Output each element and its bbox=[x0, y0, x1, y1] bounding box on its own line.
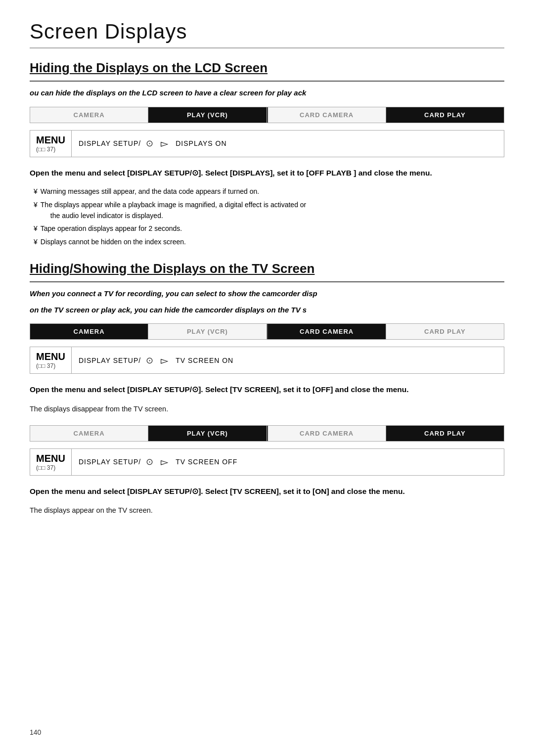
menu-content-2b: DISPLAY SETUP/ ⊙ ▻ TV SCREEN OFF bbox=[72, 452, 504, 472]
section2-subtitle2: on the TV screen or play ack, you can hi… bbox=[30, 305, 504, 316]
yen-icon-2: ¥ bbox=[34, 199, 38, 222]
tab-camera-2a[interactable]: CAMERA bbox=[30, 324, 148, 339]
body-2a: The displays disappear from the TV scree… bbox=[30, 403, 504, 415]
tab-card-play-2a[interactable]: CARD PLAY bbox=[386, 324, 504, 339]
yen-icon-1: ¥ bbox=[34, 186, 38, 197]
gear-icon-2b: ⊙ bbox=[146, 456, 154, 467]
menu-displays-1: DISPLAYS ON bbox=[176, 139, 226, 147]
menu-row-2b: MENU (□□ 37) DISPLAY SETUP/ ⊙ ▻ TV SCREE… bbox=[30, 448, 504, 476]
mode-bar-2b: CAMERA PLAY (VCR) CARD CAMERA CARD PLAY bbox=[30, 425, 504, 442]
section2-rule bbox=[30, 281, 504, 282]
menu-displays-2b: TV SCREEN OFF bbox=[176, 458, 237, 466]
bullets-1: ¥ Warning messages still appear, and the… bbox=[30, 186, 504, 247]
menu-row-1: MENU (□□ 37) DISPLAY SETUP/ ⊙ ▻ DISPLAYS… bbox=[30, 130, 504, 157]
tab-card-camera-2b[interactable]: CARD CAMERA bbox=[267, 426, 386, 441]
tab-play-vcr-2b[interactable]: PLAY (VCR) bbox=[148, 426, 267, 441]
page-title: Screen Displays bbox=[30, 20, 504, 44]
bullet-1-3: ¥ Tape operation displays appear for 2 s… bbox=[30, 223, 504, 234]
menu-display-setup-1: DISPLAY SETUP/ bbox=[79, 139, 141, 147]
section1-subtitle: ou can hide the displays on the LCD scre… bbox=[30, 88, 504, 99]
menu-arrow-1: ▻ bbox=[161, 137, 169, 149]
instruction-2a: Open the menu and select [DISPLAY SETUP/… bbox=[30, 384, 504, 396]
section2-title: Hiding/Showing the Displays on the TV Sc… bbox=[30, 261, 504, 276]
section2-subtitle1: When you connect a TV for recording, you… bbox=[30, 288, 504, 300]
subsection-b: CAMERA PLAY (VCR) CARD CAMERA CARD PLAY … bbox=[30, 425, 504, 517]
mode-bar-2a: CAMERA PLAY (VCR) CARD CAMERA CARD PLAY bbox=[30, 323, 504, 340]
menu-label-1: MENU (□□ 37) bbox=[30, 131, 72, 157]
bullet-1-4: ¥ Displays cannot be hidden on the index… bbox=[30, 236, 504, 247]
menu-display-setup-2b: DISPLAY SETUP/ bbox=[79, 458, 141, 466]
menu-label-2b: MENU (□□ 37) bbox=[30, 449, 72, 475]
section1-rule bbox=[30, 81, 504, 82]
section1-title: Hiding the Displays on the LCD Screen bbox=[30, 60, 504, 76]
subsection-a: CAMERA PLAY (VCR) CARD CAMERA CARD PLAY … bbox=[30, 323, 504, 415]
menu-arrow-2b: ▻ bbox=[161, 456, 169, 468]
menu-display-setup-2a: DISPLAY SETUP/ bbox=[79, 356, 141, 364]
body-2b: The displays appear on the TV screen. bbox=[30, 504, 504, 517]
tab-play-vcr-2a[interactable]: PLAY (VCR) bbox=[148, 324, 267, 339]
menu-label-2a: MENU (□□ 37) bbox=[30, 347, 72, 373]
menu-ref-2a: (□□ 37) bbox=[36, 362, 65, 369]
bullet-1-2: ¥ The displays appear while a playback i… bbox=[30, 199, 504, 222]
yen-icon-4: ¥ bbox=[34, 236, 38, 247]
menu-content-2a: DISPLAY SETUP/ ⊙ ▻ TV SCREEN ON bbox=[72, 351, 504, 370]
bullet-1-1: ¥ Warning messages still appear, and the… bbox=[30, 186, 504, 197]
instruction-2b: Open the menu and select [DISPLAY SETUP/… bbox=[30, 486, 504, 498]
yen-icon-3: ¥ bbox=[34, 223, 38, 234]
tab-play-vcr-1[interactable]: PLAY (VCR) bbox=[148, 107, 267, 123]
section-hiding-tv: Hiding/Showing the Displays on the TV Sc… bbox=[30, 261, 504, 517]
mode-bar-1: CAMERA PLAY (VCR) CARD CAMERA CARD PLAY bbox=[30, 107, 504, 123]
page-number: 140 bbox=[30, 728, 41, 736]
section-hiding-lcd: Hiding the Displays on the LCD Screen ou… bbox=[30, 60, 504, 247]
menu-row-2a: MENU (□□ 37) DISPLAY SETUP/ ⊙ ▻ TV SCREE… bbox=[30, 347, 504, 374]
tab-card-play-2b[interactable]: CARD PLAY bbox=[386, 426, 504, 441]
tab-camera-2b[interactable]: CAMERA bbox=[30, 426, 148, 441]
menu-content-1: DISPLAY SETUP/ ⊙ ▻ DISPLAYS ON bbox=[72, 133, 504, 153]
menu-ref-2b: (□□ 37) bbox=[36, 464, 65, 471]
gear-icon-2a: ⊙ bbox=[146, 355, 154, 366]
menu-ref-1: (□□ 37) bbox=[36, 146, 65, 153]
tab-card-camera-2a[interactable]: CARD CAMERA bbox=[267, 324, 386, 339]
gear-icon-1: ⊙ bbox=[146, 138, 154, 149]
menu-arrow-2a: ▻ bbox=[161, 355, 169, 366]
menu-displays-2a: TV SCREEN ON bbox=[176, 356, 233, 364]
tab-camera-1[interactable]: CAMERA bbox=[30, 107, 148, 123]
tab-card-play-1[interactable]: CARD PLAY bbox=[386, 107, 504, 123]
title-rule bbox=[30, 47, 504, 48]
instruction-1: Open the menu and select [DISPLAY SETUP/… bbox=[30, 167, 504, 179]
tab-card-camera-1[interactable]: CARD CAMERA bbox=[267, 107, 386, 123]
